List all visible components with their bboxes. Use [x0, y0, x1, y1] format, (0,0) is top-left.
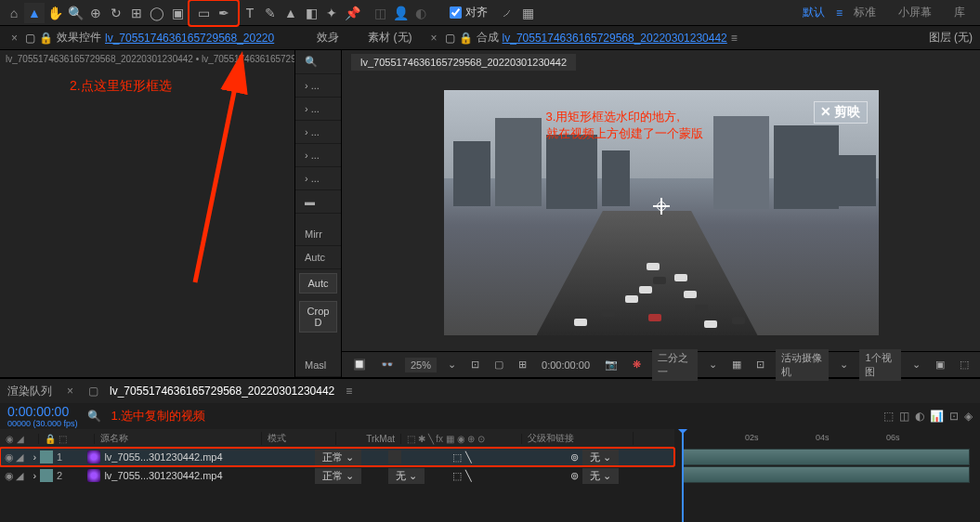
pickwhip-icon[interactable]: ⊚ — [570, 470, 579, 482]
fx-item[interactable]: › ... — [295, 98, 341, 121]
auto-fx[interactable]: Autc — [295, 246, 341, 269]
switch-icon[interactable]: ⬚ — [452, 451, 462, 463]
parent-dropdown[interactable]: 无 ⌄ — [582, 468, 619, 484]
region-icon[interactable]: ▦ — [728, 359, 745, 371]
col-mode[interactable]: 模式 — [262, 432, 336, 445]
fx-item[interactable]: › ... — [295, 144, 341, 167]
chevron-down-icon[interactable]: ⌄ — [444, 359, 460, 371]
crop-tool[interactable]: ▣ — [167, 3, 188, 23]
audio-icon[interactable]: ◢ — [16, 451, 23, 463]
search-icon[interactable]: 🔍 — [295, 50, 341, 74]
chevron-right-icon[interactable]: › — [33, 470, 36, 481]
pan-behind-tool[interactable]: ⊞ — [126, 3, 147, 23]
shy-icon[interactable]: ⬚ — [883, 410, 894, 423]
channel-icon[interactable]: ⊡ — [752, 359, 768, 371]
lock2-icon[interactable]: 🔒 — [39, 32, 53, 45]
preset-small[interactable]: 小屏幕 — [887, 5, 943, 20]
layer-row-1[interactable]: ◉◢ ›1 lv_7055...301230442.mp4 正常 ⌄ ⬚ ╲ ⊚… — [0, 448, 674, 466]
rotate-tool[interactable]: ↻ — [106, 3, 126, 23]
close-icon[interactable]: × — [427, 32, 441, 45]
time-display[interactable]: 0:00:00:00 — [538, 359, 594, 371]
mirror-fx[interactable]: Mirr — [295, 223, 341, 246]
switch-icon[interactable]: ╲ — [465, 451, 472, 463]
switch-icons[interactable]: ⬚ ✱ ╲ fx ▦ ◉ ⊕ ⊙ — [401, 434, 522, 444]
source-tab[interactable]: 素材 (无) — [360, 26, 419, 49]
rectangle-tool[interactable]: ▭ — [193, 3, 214, 23]
switch-icon[interactable]: ⬚ — [452, 470, 462, 482]
expand-icon[interactable]: ▣ — [932, 359, 948, 371]
align-checkbox[interactable]: 对齐 — [450, 5, 488, 20]
lock-icon[interactable]: ▢ — [445, 32, 455, 45]
motion-blur-icon[interactable]: ◐ — [915, 410, 924, 423]
lasso-tool[interactable]: ◯ — [147, 3, 167, 23]
chevron-down-icon[interactable]: ⌄ — [705, 359, 721, 371]
3d-icon[interactable]: ◈ — [964, 410, 973, 423]
lock-icons[interactable]: 🔒 ⬚ — [39, 434, 95, 444]
eye-icon[interactable]: ◉ — [5, 451, 14, 463]
layer-row-2[interactable]: ◉◢ ›2 lv_7055...301230442.mp4 正常 ⌄ 无 ⌄ ⬚… — [0, 466, 674, 485]
draft-icon[interactable]: ⊡ — [949, 410, 959, 423]
pickwhip-icon[interactable]: ⊚ — [570, 451, 579, 463]
brush-tool[interactable]: ✎ — [260, 3, 281, 23]
mask-fx[interactable]: Masl — [295, 354, 341, 377]
chevron-right-icon[interactable]: › — [33, 451, 36, 463]
layer-track-1[interactable] — [682, 449, 970, 465]
search-icon[interactable]: 🔍 — [87, 409, 102, 424]
layer-track-2[interactable] — [682, 466, 970, 483]
timeline-tracks[interactable]: 02s 04s 06s — [674, 429, 980, 485]
snapshot-icon[interactable]: 📷 — [601, 359, 621, 371]
res-icon[interactable]: 👓 — [377, 359, 398, 371]
playhead[interactable] — [682, 429, 684, 522]
fx-item[interactable]: › ... — [295, 167, 341, 190]
switch-icon[interactable]: ╲ — [465, 470, 472, 482]
grid-icon[interactable]: ⊞ — [515, 359, 530, 371]
effect-controls-tab[interactable]: × ▢ 🔒 效果控件 lv_7055174636165729568_20220 — [0, 26, 281, 49]
audio-icon[interactable]: ◢ — [16, 470, 23, 482]
parent-dropdown[interactable]: 无 ⌄ — [582, 450, 619, 465]
mode-dropdown[interactable]: 正常 ⌄ — [315, 450, 361, 465]
graph-icon[interactable]: 📊 — [930, 410, 944, 423]
snap-tool[interactable]: ⟋ — [497, 3, 517, 23]
effect-tab[interactable]: 效身 — [309, 26, 346, 49]
col-source[interactable]: 源名称 — [95, 432, 262, 445]
camera-dropdown[interactable]: 活动摄像机 — [776, 349, 830, 381]
col-trkmat[interactable]: TrkMat — [336, 434, 401, 444]
puppet-tool[interactable]: 📌 — [342, 3, 362, 23]
res-dropdown[interactable]: 二分之一 — [652, 349, 698, 381]
comp-timeline-tab[interactable]: lv_7055174636165729568_20220301230442 — [110, 385, 334, 398]
mode-dropdown[interactable]: 正常 ⌄ — [315, 468, 361, 484]
menu-icon[interactable]: ≡ — [731, 32, 738, 45]
clone-tool[interactable]: ▲ — [281, 3, 301, 23]
current-time[interactable]: 0:00:00:00 — [7, 404, 78, 419]
viewer-canvas[interactable]: ✕ 剪映 3.用矩形框选水印的地方, 就在视频上方创建了一个蒙版 — [342, 74, 980, 351]
preset-library[interactable]: 库 — [943, 5, 976, 20]
preset-default[interactable]: 默认 — [791, 5, 836, 20]
roto-tool[interactable]: ✦ — [321, 3, 342, 23]
chevron-down-icon[interactable]: ⌄ — [836, 359, 852, 371]
comp-tab[interactable]: × ▢ 🔒 合成 lv_7055174636165729568_20220301… — [420, 26, 745, 49]
preset-standard[interactable]: 标准 — [843, 5, 887, 20]
3d-icon[interactable]: ⬚ — [956, 359, 973, 371]
zoom-tool[interactable]: 🔍 — [65, 3, 85, 23]
color-icon[interactable]: ❋ — [629, 359, 645, 371]
safe-icon[interactable]: ▢ — [490, 359, 507, 371]
col-parent[interactable]: 父级和链接 — [522, 432, 634, 445]
render-queue-tab[interactable]: 渲染队列 — [7, 384, 52, 399]
close-icon[interactable]: × — [63, 385, 77, 398]
person-icon[interactable]: 👤 — [390, 3, 411, 23]
home-icon[interactable]: ⌂ — [4, 3, 24, 23]
comp-link[interactable]: lv_7055174636165729568_20220301230442 — [503, 32, 727, 45]
vis-icons[interactable]: ◉ ◢ — [0, 434, 39, 444]
fx-item[interactable]: › ... — [295, 74, 341, 98]
lock-icon[interactable]: ▢ — [88, 385, 98, 398]
eraser-tool[interactable]: ◧ — [301, 3, 321, 23]
full-icon[interactable]: ⊡ — [467, 359, 483, 371]
mask-icon[interactable]: ◐ — [411, 3, 431, 23]
chevron-down-icon[interactable]: ⌄ — [908, 359, 924, 371]
color-swatch[interactable] — [40, 450, 53, 463]
snap-icon[interactable]: ◫ — [370, 3, 390, 23]
close-icon[interactable]: × — [7, 32, 21, 45]
pen-tool[interactable]: ✒ — [214, 3, 234, 23]
trkmat-dropdown[interactable]: 无 ⌄ — [388, 468, 425, 484]
effect-link[interactable]: lv_7055174636165729568_20220 — [105, 32, 274, 45]
